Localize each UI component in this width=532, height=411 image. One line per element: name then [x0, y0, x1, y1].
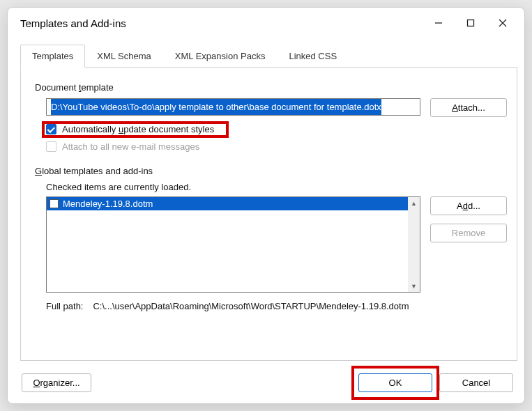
auto-update-styles-checkbox[interactable]	[46, 124, 56, 134]
scroll-down-icon[interactable]: ▼	[408, 280, 420, 292]
attach-email-row: Attach to all new e-mail messages	[46, 141, 507, 152]
list-item-checkbox[interactable]	[50, 199, 59, 208]
cancel-button[interactable]: Cancel	[439, 373, 513, 392]
full-path-row: Full path: C:\...\user\AppData\Roaming\M…	[46, 301, 507, 311]
attach-button[interactable]: Attach...	[430, 98, 507, 117]
dialog-button-bar: Organizer... OK Cancel	[8, 362, 524, 403]
attach-email-checkbox	[46, 141, 56, 152]
tab-panel-templates: Document template D:\YouTube videos\To-d…	[20, 67, 517, 361]
label-text: pdate document styles	[123, 124, 214, 134]
scroll-up-icon[interactable]: ▲	[408, 197, 420, 209]
tab-templates[interactable]: Templates	[20, 45, 85, 68]
full-path-label: Full path:	[46, 301, 83, 311]
btn-text: ttach...	[458, 102, 485, 113]
label-text: lobal templates and add-ins	[42, 166, 153, 176]
label-text: Document	[35, 82, 79, 93]
close-icon	[499, 19, 507, 27]
label-accel: G	[35, 166, 42, 176]
btn-accel: A	[452, 102, 458, 113]
document-template-value: D:\YouTube videos\To-do\apply template t…	[51, 99, 381, 115]
tab-linked-css[interactable]: Linked CSS	[277, 45, 349, 68]
minimize-icon	[434, 19, 443, 27]
tab-xml-expansion-packs[interactable]: XML Expansion Packs	[163, 45, 278, 68]
checked-items-note: Checked items are currently loaded.	[46, 182, 507, 192]
btn-accel: d	[463, 201, 468, 211]
global-templates-listbox[interactable]: Mendeley-1.19.8.dotm ▲ ▼	[46, 196, 420, 293]
titlebar: Templates and Add-ins	[8, 8, 524, 38]
dialog-window: Templates and Add-ins Templates XML Sche…	[7, 7, 525, 404]
btn-accel: O	[33, 378, 40, 388]
attach-email-label: Attach to all new e-mail messages	[62, 141, 199, 152]
full-path-value: C:\...\user\AppData\Roaming\Microsoft\Wo…	[93, 301, 409, 311]
list-item-label: Mendeley-1.19.8.dotm	[63, 199, 153, 209]
maximize-icon	[466, 19, 475, 27]
label-text: Automatically	[62, 124, 119, 134]
document-template-input[interactable]: D:\YouTube videos\To-do\apply template t…	[46, 98, 420, 116]
btn-text: d...	[468, 201, 480, 211]
minimize-button[interactable]	[423, 12, 455, 34]
add-button[interactable]: Add...	[430, 196, 507, 215]
close-button[interactable]	[487, 12, 519, 34]
global-templates-label: Global templates and add-ins	[35, 166, 507, 176]
tabstrip: Templates XML Schema XML Expansion Packs…	[20, 44, 517, 68]
ok-button[interactable]: OK	[358, 373, 432, 392]
label-text: emplate	[82, 82, 114, 93]
remove-button: Remove	[430, 224, 507, 242]
btn-text: A	[457, 201, 463, 211]
tab-xml-schema[interactable]: XML Schema	[85, 45, 163, 68]
window-controls	[423, 12, 519, 34]
scrollbar[interactable]: ▲ ▼	[408, 197, 420, 292]
organizer-button[interactable]: Organizer...	[22, 373, 91, 392]
maximize-button[interactable]	[455, 12, 487, 34]
btn-text: rganizer...	[40, 378, 80, 388]
list-item[interactable]: Mendeley-1.19.8.dotm	[47, 197, 420, 210]
auto-update-styles-row[interactable]: Automatically update document styles	[46, 124, 507, 134]
svg-rect-1	[468, 20, 474, 26]
window-title: Templates and Add-ins	[20, 17, 423, 29]
auto-update-styles-label: Automatically update document styles	[62, 124, 214, 134]
document-template-label: Document template	[35, 82, 507, 93]
